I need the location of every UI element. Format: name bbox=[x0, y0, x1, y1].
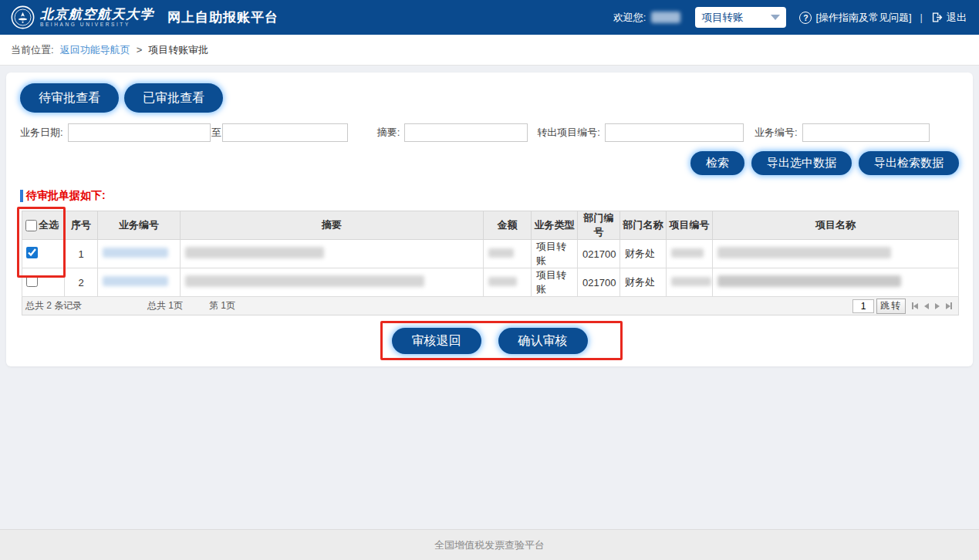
select-all-label: 全选 bbox=[39, 219, 59, 231]
business-type-cell: 项目转账 bbox=[532, 240, 578, 268]
pending-table-wrap: 全选 序号 业务编号 摘要 金额 业务类型 部门编号 部门名称 项目编号 项目名… bbox=[22, 211, 959, 315]
business-no-input[interactable] bbox=[802, 123, 930, 142]
help-icon: ? bbox=[799, 12, 812, 24]
summary-label: 摘要: bbox=[377, 126, 400, 140]
breadcrumb-current: 项目转账审批 bbox=[148, 43, 208, 57]
col-business-type: 业务类型 bbox=[532, 211, 578, 240]
university-logo-icon bbox=[11, 5, 35, 29]
filter-row: 业务日期: 至 摘要: 转出项目编号: 业务编号: bbox=[20, 123, 965, 142]
row-seq: 2 bbox=[65, 268, 98, 297]
business-no-redacted bbox=[103, 248, 168, 258]
university-name: 北京航空航天大学 BEIHANG UNIVERSITY bbox=[40, 8, 154, 28]
logout-label: 退出 bbox=[947, 11, 967, 25]
pending-view-button[interactable]: 待审批查看 bbox=[20, 83, 119, 113]
module-dropdown-value: 项目转账 bbox=[701, 11, 743, 25]
col-business-no: 业务编号 bbox=[98, 211, 181, 240]
university-name-cn: 北京航空航天大学 bbox=[40, 8, 154, 21]
section-title: 待审批单据如下: bbox=[20, 189, 965, 203]
username-redacted bbox=[651, 12, 680, 23]
brand: 北京航空航天大学 BEIHANG UNIVERSITY 网上自助报账平台 bbox=[11, 5, 279, 29]
date-label: 业务日期: bbox=[20, 126, 63, 140]
reject-button[interactable]: 审核退回 bbox=[392, 328, 481, 354]
pagination-bar: 总共 2 条记录 总共 1页 第 1页 跳转 bbox=[22, 297, 959, 315]
topbar-divider: | bbox=[920, 12, 923, 23]
business-no-redacted bbox=[103, 276, 168, 286]
page-footer: 全国增值税发票查验平台 bbox=[0, 529, 979, 560]
search-button-row: 检索 导出选中数据 导出检索数据 bbox=[14, 151, 959, 175]
breadcrumb-separator: > bbox=[137, 44, 143, 56]
project-name-redacted bbox=[717, 275, 901, 287]
approval-panel: 待审批查看 已审批查看 业务日期: 至 摘要: 转出项目编号: 业务编号: 检索… bbox=[6, 73, 973, 366]
export-searched-button[interactable]: 导出检索数据 bbox=[859, 151, 959, 175]
project-no-redacted bbox=[671, 248, 704, 258]
dept-name-cell: 财务处 bbox=[620, 268, 667, 297]
col-project-name: 项目名称 bbox=[713, 211, 959, 240]
col-project-no: 项目编号 bbox=[667, 211, 713, 240]
business-type-cell: 项目转账 bbox=[532, 268, 578, 297]
section-title-text: 待审批单据如下: bbox=[26, 189, 106, 203]
dept-name-cell: 财务处 bbox=[620, 240, 667, 268]
pagination-prev-icon[interactable] bbox=[924, 303, 929, 309]
total-records: 总共 2 条记录 bbox=[25, 299, 141, 312]
help-label: [操作指南及常见问题] bbox=[815, 11, 911, 25]
out-project-input[interactable] bbox=[605, 123, 744, 142]
business-no-label: 业务编号: bbox=[755, 126, 798, 140]
col-dept-code: 部门编号 bbox=[578, 211, 620, 240]
row-checkbox[interactable] bbox=[26, 247, 38, 258]
pagination-next-icon[interactable] bbox=[935, 303, 940, 309]
approved-view-button[interactable]: 已审批查看 bbox=[124, 83, 223, 113]
dept-code-cell: 021700 bbox=[578, 268, 620, 297]
date-to-input[interactable] bbox=[222, 123, 348, 142]
breadcrumb: 当前位置: 返回功能导航页 > 项目转账审批 bbox=[0, 35, 979, 66]
out-project-label: 转出项目编号: bbox=[537, 126, 600, 140]
logout-icon bbox=[931, 12, 943, 23]
summary-redacted bbox=[185, 275, 424, 287]
search-button[interactable]: 检索 bbox=[690, 151, 744, 175]
page-number-input[interactable] bbox=[852, 299, 874, 313]
total-pages: 总共 1页 bbox=[147, 299, 203, 312]
row-checkbox[interactable] bbox=[26, 275, 38, 287]
pagination-controls: 跳转 bbox=[852, 299, 955, 314]
pagination-nav bbox=[912, 302, 952, 309]
topbar-right: 欢迎您: 项目转账 ? [操作指南及常见问题] | 退出 bbox=[613, 7, 967, 28]
pagination-first-icon[interactable] bbox=[912, 302, 918, 309]
project-no-redacted bbox=[671, 277, 711, 286]
invoice-check-link[interactable]: 全国增值税发票查验平台 bbox=[434, 538, 545, 552]
welcome-label: 欢迎您: bbox=[613, 11, 646, 25]
breadcrumb-back-link[interactable]: 返回功能导航页 bbox=[60, 43, 130, 57]
breadcrumb-location-label: 当前位置: bbox=[11, 43, 54, 57]
help-link[interactable]: ? [操作指南及常见问题] bbox=[799, 11, 911, 25]
actions-row: 审核退回 确认审核 bbox=[14, 328, 965, 354]
date-to-label: 至 bbox=[211, 126, 221, 140]
jump-button[interactable]: 跳转 bbox=[876, 299, 906, 314]
summary-input[interactable] bbox=[404, 123, 528, 142]
pagination-last-icon[interactable] bbox=[946, 302, 952, 309]
project-name-redacted bbox=[717, 247, 891, 258]
amount-redacted bbox=[488, 277, 517, 286]
export-selected-button[interactable]: 导出选中数据 bbox=[751, 151, 852, 175]
app-header: 北京航空航天大学 BEIHANG UNIVERSITY 网上自助报账平台 欢迎您… bbox=[0, 0, 979, 35]
view-tabs: 待审批查看 已审批查看 bbox=[20, 83, 965, 113]
logout-button[interactable]: 退出 bbox=[931, 11, 967, 25]
col-seq: 序号 bbox=[65, 211, 98, 240]
pending-approvals-table: 全选 序号 业务编号 摘要 金额 业务类型 部门编号 部门名称 项目编号 项目名… bbox=[22, 211, 959, 297]
date-from-input[interactable] bbox=[68, 123, 211, 142]
col-dept-name: 部门名称 bbox=[620, 211, 667, 240]
summary-redacted bbox=[185, 247, 324, 258]
table-header-row: 全选 序号 业务编号 摘要 金额 业务类型 部门编号 部门名称 项目编号 项目名… bbox=[22, 211, 959, 240]
section-title-bar bbox=[20, 190, 23, 202]
confirm-button[interactable]: 确认审核 bbox=[498, 328, 588, 354]
col-summary: 摘要 bbox=[181, 211, 484, 240]
select-all-checkbox[interactable] bbox=[25, 220, 37, 231]
main-content: 待审批查看 已审批查看 业务日期: 至 摘要: 转出项目编号: 业务编号: 检索… bbox=[0, 66, 979, 529]
current-page: 第 1页 bbox=[209, 299, 235, 312]
table-row: 2 项目转账 021700 财务处 bbox=[22, 268, 959, 297]
dept-code-cell: 021700 bbox=[578, 240, 620, 268]
row-seq: 1 bbox=[65, 240, 98, 268]
module-dropdown[interactable]: 项目转账 bbox=[695, 7, 786, 28]
university-name-en: BEIHANG UNIVERSITY bbox=[40, 22, 154, 28]
pagination-summary: 总共 2 条记录 总共 1页 第 1页 bbox=[25, 299, 241, 312]
table-row: 1 项目转账 021700 财务处 bbox=[22, 240, 959, 268]
select-all-header: 全选 bbox=[22, 211, 65, 240]
col-amount: 金额 bbox=[484, 211, 532, 240]
